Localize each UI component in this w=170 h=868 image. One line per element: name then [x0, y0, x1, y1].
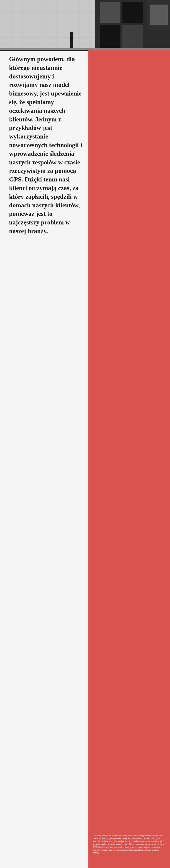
- svg-rect-25: [0, 48, 170, 50]
- page-wrapper: Głównym powodem, dla którego nieustannie…: [0, 0, 170, 868]
- hero-image-container: [0, 0, 170, 50]
- svg-point-22: [70, 32, 74, 36]
- svg-rect-3: [100, 2, 120, 23]
- hero-image-svg: [0, 0, 170, 50]
- svg-rect-6: [122, 25, 143, 48]
- small-text-bottom: Głównym powodem, dla którego nieustannie…: [93, 834, 166, 855]
- svg-marker-8: [150, 4, 168, 25]
- main-body-text: Głównym powodem, dla którego nieustannie…: [9, 55, 83, 235]
- main-content: Głównym powodem, dla którego nieustannie…: [0, 50, 170, 868]
- svg-rect-4: [122, 2, 143, 23]
- right-red-column: Głównym powodem, dla którego nieustannie…: [88, 50, 170, 868]
- left-column: Głównym powodem, dla którego nieustannie…: [0, 50, 88, 868]
- svg-rect-5: [100, 25, 120, 48]
